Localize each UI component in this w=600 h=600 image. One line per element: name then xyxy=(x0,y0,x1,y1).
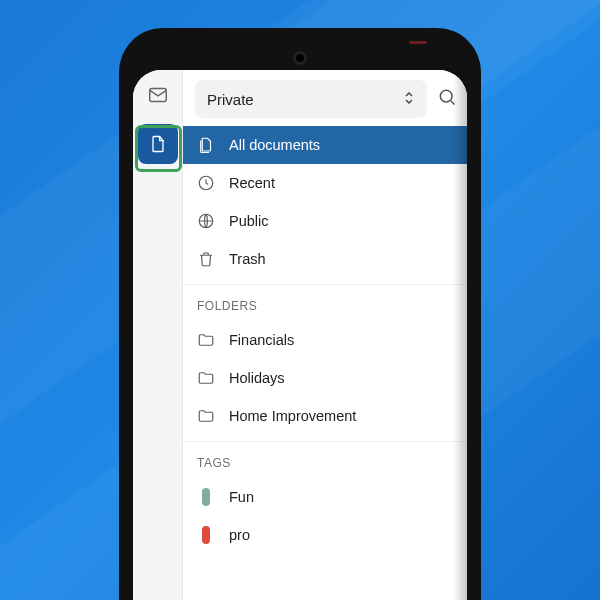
tags-header: TAGS xyxy=(183,441,467,478)
drawer-panel: Private All documents xyxy=(183,70,467,600)
svg-point-1 xyxy=(440,90,452,102)
workspace-selector-label: Private xyxy=(207,91,254,108)
tag-label: pro xyxy=(229,527,250,543)
folder-item[interactable]: Financials xyxy=(183,321,467,359)
trash-icon xyxy=(197,250,215,268)
nav-item-label: Trash xyxy=(229,251,266,267)
folder-item[interactable]: Home Improvement xyxy=(183,397,467,435)
mail-icon[interactable] xyxy=(147,84,169,110)
folders-list: Financials Holidays Home Improvement xyxy=(183,321,467,435)
app-sidebar xyxy=(133,70,183,600)
folder-label: Financials xyxy=(229,332,294,348)
phone-frame: Private All documents xyxy=(119,28,481,600)
nav-item-label: Recent xyxy=(229,175,275,191)
tag-color-icon xyxy=(197,488,215,506)
documents-app-icon[interactable] xyxy=(138,124,178,164)
clock-icon xyxy=(197,174,215,192)
documents-icon xyxy=(197,136,215,154)
tag-label: Fun xyxy=(229,489,254,505)
chevron-up-down-icon xyxy=(403,90,415,109)
svg-rect-0 xyxy=(149,89,166,102)
nav-list: All documents Recent Public xyxy=(183,126,467,278)
tag-item[interactable]: pro xyxy=(183,516,467,554)
nav-recent[interactable]: Recent xyxy=(183,164,467,202)
search-icon[interactable] xyxy=(437,87,457,111)
folders-header: FOLDERS xyxy=(183,284,467,321)
nav-item-label: Public xyxy=(229,213,269,229)
folder-item[interactable]: Holidays xyxy=(183,359,467,397)
nav-all-documents[interactable]: All documents xyxy=(183,126,467,164)
tags-list: Fun pro xyxy=(183,478,467,554)
nav-item-label: All documents xyxy=(229,137,320,153)
folder-icon xyxy=(197,407,215,425)
folder-label: Home Improvement xyxy=(229,408,356,424)
folder-label: Holidays xyxy=(229,370,285,386)
nav-public[interactable]: Public xyxy=(183,202,467,240)
globe-icon xyxy=(197,212,215,230)
workspace-selector[interactable]: Private xyxy=(195,80,427,118)
tag-item[interactable]: Fun xyxy=(183,478,467,516)
folder-icon xyxy=(197,369,215,387)
nav-trash[interactable]: Trash xyxy=(183,240,467,278)
tag-color-icon xyxy=(197,526,215,544)
folder-icon xyxy=(197,331,215,349)
phone-screen: Private All documents xyxy=(133,70,467,600)
